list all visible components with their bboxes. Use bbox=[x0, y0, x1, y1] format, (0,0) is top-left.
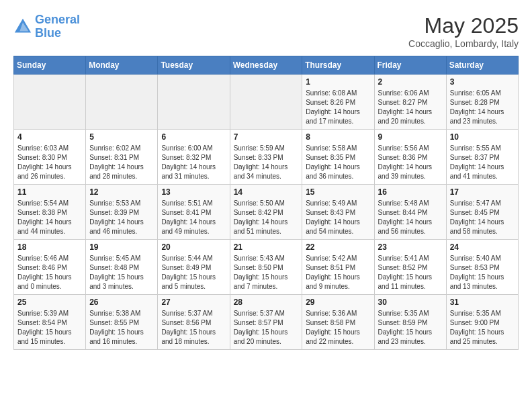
calendar-cell: 15Sunrise: 5:49 AMSunset: 8:43 PMDayligh… bbox=[302, 185, 374, 240]
calendar-cell: 25Sunrise: 5:39 AMSunset: 8:54 PMDayligh… bbox=[14, 295, 86, 350]
day-number: 31 bbox=[450, 298, 515, 307]
day-number: 5 bbox=[89, 132, 154, 142]
calendar-cell: 28Sunrise: 5:37 AMSunset: 8:57 PMDayligh… bbox=[230, 295, 302, 350]
calendar-week-row: 18Sunrise: 5:46 AMSunset: 8:46 PMDayligh… bbox=[14, 240, 519, 295]
day-info: Sunrise: 5:54 AMSunset: 8:38 PMDaylight:… bbox=[17, 199, 82, 236]
calendar-cell: 4Sunrise: 6:03 AMSunset: 8:30 PMDaylight… bbox=[14, 130, 86, 185]
calendar-week-row: 11Sunrise: 5:54 AMSunset: 8:38 PMDayligh… bbox=[14, 185, 519, 240]
calendar-cell: 9Sunrise: 5:56 AMSunset: 8:36 PMDaylight… bbox=[374, 130, 446, 185]
day-number: 22 bbox=[306, 242, 370, 252]
calendar-cell: 8Sunrise: 5:58 AMSunset: 8:35 PMDaylight… bbox=[302, 130, 374, 185]
day-info: Sunrise: 5:45 AMSunset: 8:48 PMDaylight:… bbox=[89, 254, 154, 291]
day-header-friday: Friday bbox=[374, 56, 446, 75]
day-info: Sunrise: 5:55 AMSunset: 8:37 PMDaylight:… bbox=[450, 144, 515, 181]
calendar-cell: 10Sunrise: 5:55 AMSunset: 8:37 PMDayligh… bbox=[446, 130, 518, 185]
calendar-cell: 22Sunrise: 5:42 AMSunset: 8:51 PMDayligh… bbox=[302, 240, 374, 295]
calendar-week-row: 1Sunrise: 6:08 AMSunset: 8:26 PMDaylight… bbox=[14, 75, 519, 130]
day-header-sunday: Sunday bbox=[14, 56, 86, 75]
calendar-cell: 26Sunrise: 5:38 AMSunset: 8:55 PMDayligh… bbox=[86, 295, 158, 350]
logo: General Blue bbox=[13, 13, 80, 40]
title-block: May 2025 Coccaglio, Lombardy, Italy bbox=[408, 13, 519, 49]
calendar-cell: 5Sunrise: 6:02 AMSunset: 8:31 PMDaylight… bbox=[86, 130, 158, 185]
logo-icon bbox=[13, 17, 32, 36]
day-number: 16 bbox=[378, 187, 443, 197]
day-number: 1 bbox=[306, 77, 370, 87]
calendar-table: SundayMondayTuesdayWednesdayThursdayFrid… bbox=[13, 56, 519, 350]
calendar-cell: 6Sunrise: 6:00 AMSunset: 8:32 PMDaylight… bbox=[158, 130, 230, 185]
day-number: 13 bbox=[161, 187, 226, 197]
day-number: 15 bbox=[306, 187, 370, 197]
calendar-cell: 2Sunrise: 6:06 AMSunset: 8:27 PMDaylight… bbox=[374, 75, 446, 130]
day-info: Sunrise: 5:35 AMSunset: 9:00 PMDaylight:… bbox=[450, 309, 515, 347]
calendar-cell: 27Sunrise: 5:37 AMSunset: 8:56 PMDayligh… bbox=[158, 295, 230, 350]
day-header-tuesday: Tuesday bbox=[158, 56, 230, 75]
day-info: Sunrise: 5:35 AMSunset: 8:59 PMDaylight:… bbox=[378, 309, 443, 347]
day-info: Sunrise: 5:59 AMSunset: 8:33 PMDaylight:… bbox=[234, 144, 299, 181]
day-number: 19 bbox=[89, 242, 154, 252]
day-info: Sunrise: 6:06 AMSunset: 8:27 PMDaylight:… bbox=[378, 89, 443, 126]
calendar-cell: 19Sunrise: 5:45 AMSunset: 8:48 PMDayligh… bbox=[86, 240, 158, 295]
day-number: 3 bbox=[450, 77, 515, 87]
day-info: Sunrise: 5:44 AMSunset: 8:49 PMDaylight:… bbox=[161, 254, 226, 291]
day-info: Sunrise: 5:49 AMSunset: 8:43 PMDaylight:… bbox=[306, 199, 370, 236]
day-header-thursday: Thursday bbox=[302, 56, 374, 75]
calendar-cell: 31Sunrise: 5:35 AMSunset: 9:00 PMDayligh… bbox=[446, 295, 518, 350]
month-title: May 2025 bbox=[408, 13, 519, 38]
logo-line1: General bbox=[35, 13, 80, 26]
calendar-cell: 7Sunrise: 5:59 AMSunset: 8:33 PMDaylight… bbox=[230, 130, 302, 185]
day-info: Sunrise: 5:47 AMSunset: 8:45 PMDaylight:… bbox=[450, 199, 515, 236]
day-number: 29 bbox=[306, 298, 370, 307]
day-info: Sunrise: 6:00 AMSunset: 8:32 PMDaylight:… bbox=[161, 144, 226, 181]
day-info: Sunrise: 5:39 AMSunset: 8:54 PMDaylight:… bbox=[17, 309, 82, 347]
calendar-cell: 24Sunrise: 5:40 AMSunset: 8:53 PMDayligh… bbox=[446, 240, 518, 295]
day-number: 24 bbox=[450, 242, 515, 252]
calendar-cell: 23Sunrise: 5:41 AMSunset: 8:52 PMDayligh… bbox=[374, 240, 446, 295]
day-info: Sunrise: 5:56 AMSunset: 8:36 PMDaylight:… bbox=[378, 144, 443, 181]
calendar-week-row: 25Sunrise: 5:39 AMSunset: 8:54 PMDayligh… bbox=[14, 295, 519, 350]
day-info: Sunrise: 5:53 AMSunset: 8:39 PMDaylight:… bbox=[89, 199, 154, 236]
day-header-saturday: Saturday bbox=[446, 56, 518, 75]
calendar-cell: 17Sunrise: 5:47 AMSunset: 8:45 PMDayligh… bbox=[446, 185, 518, 240]
calendar-cell: 14Sunrise: 5:50 AMSunset: 8:42 PMDayligh… bbox=[230, 185, 302, 240]
calendar-week-row: 4Sunrise: 6:03 AMSunset: 8:30 PMDaylight… bbox=[14, 130, 519, 185]
calendar-cell bbox=[14, 75, 86, 130]
calendar-cell: 29Sunrise: 5:36 AMSunset: 8:58 PMDayligh… bbox=[302, 295, 374, 350]
calendar-cell: 12Sunrise: 5:53 AMSunset: 8:39 PMDayligh… bbox=[86, 185, 158, 240]
day-info: Sunrise: 5:41 AMSunset: 8:52 PMDaylight:… bbox=[378, 254, 443, 291]
day-number: 12 bbox=[89, 187, 154, 197]
day-number: 8 bbox=[306, 132, 370, 142]
day-info: Sunrise: 6:05 AMSunset: 8:28 PMDaylight:… bbox=[450, 89, 515, 126]
calendar-cell: 21Sunrise: 5:43 AMSunset: 8:50 PMDayligh… bbox=[230, 240, 302, 295]
day-info: Sunrise: 5:42 AMSunset: 8:51 PMDaylight:… bbox=[306, 254, 370, 291]
calendar-cell: 11Sunrise: 5:54 AMSunset: 8:38 PMDayligh… bbox=[14, 185, 86, 240]
calendar-cell: 18Sunrise: 5:46 AMSunset: 8:46 PMDayligh… bbox=[14, 240, 86, 295]
day-number: 9 bbox=[378, 132, 443, 142]
page-header: General Blue May 2025 Coccaglio, Lombard… bbox=[13, 13, 519, 49]
logo-text: General Blue bbox=[35, 13, 80, 40]
day-info: Sunrise: 6:03 AMSunset: 8:30 PMDaylight:… bbox=[17, 144, 82, 181]
calendar-cell: 30Sunrise: 5:35 AMSunset: 8:59 PMDayligh… bbox=[374, 295, 446, 350]
day-number: 11 bbox=[17, 187, 82, 197]
day-header-wednesday: Wednesday bbox=[230, 56, 302, 75]
day-info: Sunrise: 5:37 AMSunset: 8:57 PMDaylight:… bbox=[234, 309, 299, 347]
day-number: 10 bbox=[450, 132, 515, 142]
day-info: Sunrise: 5:51 AMSunset: 8:41 PMDaylight:… bbox=[161, 199, 226, 236]
day-number: 18 bbox=[17, 242, 82, 252]
day-number: 27 bbox=[161, 298, 226, 307]
day-info: Sunrise: 6:08 AMSunset: 8:26 PMDaylight:… bbox=[306, 89, 370, 126]
calendar-cell bbox=[230, 75, 302, 130]
day-info: Sunrise: 5:40 AMSunset: 8:53 PMDaylight:… bbox=[450, 254, 515, 291]
day-number: 21 bbox=[234, 242, 299, 252]
calendar-cell: 13Sunrise: 5:51 AMSunset: 8:41 PMDayligh… bbox=[158, 185, 230, 240]
location-subtitle: Coccaglio, Lombardy, Italy bbox=[408, 38, 519, 49]
day-info: Sunrise: 5:58 AMSunset: 8:35 PMDaylight:… bbox=[306, 144, 370, 181]
calendar-cell: 20Sunrise: 5:44 AMSunset: 8:49 PMDayligh… bbox=[158, 240, 230, 295]
day-info: Sunrise: 5:50 AMSunset: 8:42 PMDaylight:… bbox=[234, 199, 299, 236]
day-info: Sunrise: 5:36 AMSunset: 8:58 PMDaylight:… bbox=[306, 309, 370, 347]
day-number: 23 bbox=[378, 242, 443, 252]
calendar-cell: 16Sunrise: 5:48 AMSunset: 8:44 PMDayligh… bbox=[374, 185, 446, 240]
day-info: Sunrise: 5:48 AMSunset: 8:44 PMDaylight:… bbox=[378, 199, 443, 236]
day-number: 25 bbox=[17, 298, 82, 307]
day-info: Sunrise: 5:37 AMSunset: 8:56 PMDaylight:… bbox=[161, 309, 226, 347]
day-number: 17 bbox=[450, 187, 515, 197]
